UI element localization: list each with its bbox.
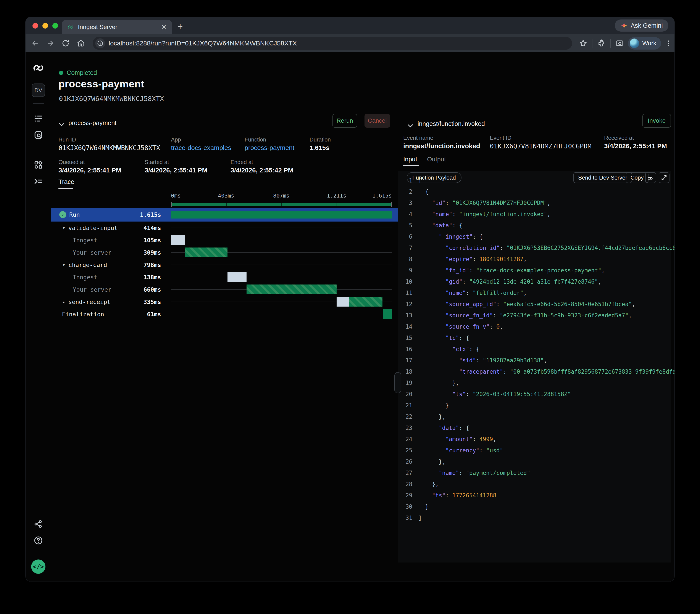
panel-resize-handle[interactable] [395,372,401,393]
started-at-label: Started at [145,159,169,166]
json-code-viewer[interactable]: 1[2 {3 "id": "01KJX6Q7V81N4DMZ7HFJ0CGPDM… [398,175,674,524]
trace-row-label: Run [69,212,80,218]
span-bar-queue[interactable] [337,297,349,307]
line-number: 25 [398,445,418,456]
line-number: 27 [398,467,418,478]
span-bar-exec[interactable] [349,297,383,307]
tab-trace[interactable]: Trace [59,178,74,186]
code-line: 1[ [398,175,674,186]
function-link[interactable]: process-payment [245,144,295,151]
trace-row-your-server[interactable]: Your server660ms [51,283,398,295]
collapse-chevron-icon[interactable] [58,121,65,128]
trace-row-charge-card[interactable]: ▾charge-card798ms [51,258,398,271]
span-bar-exec[interactable] [185,247,227,257]
span-bar-queue[interactable] [227,272,246,282]
dev-mode-button[interactable]: </> [31,560,46,574]
inngest-logo-icon[interactable] [32,62,45,74]
minimize-window-button[interactable] [42,23,48,28]
check-circle-icon: ✓ [59,211,66,218]
code-line: 7 "correlation_id": "01KJX6P53EB6C2752XG… [398,242,674,254]
trace-row-inngest[interactable]: Inngest138ms [51,271,398,283]
tree-guide-line [65,246,65,258]
app-badge[interactable]: DV [32,84,45,97]
cancel-button[interactable]: Cancel [364,114,390,128]
collapse-chevron-icon[interactable] [407,122,414,129]
code-line: 25 "currency": "usd" [398,445,674,456]
browser-tab[interactable]: Inngest Server ✕ [62,20,172,34]
status-dot-icon [59,71,63,75]
tab-output[interactable]: Output [427,156,446,163]
maximize-window-button[interactable] [52,23,58,28]
site-info-icon[interactable] [95,38,105,48]
line-number: 11 [398,287,418,298]
profile-name: Work [642,40,656,47]
tab-input[interactable]: Input [403,156,417,163]
timeline-minimap[interactable] [171,202,392,207]
expand-arrow-icon[interactable]: ▸ [62,299,65,304]
code-line: 27 "name": "payment/completed" [398,467,674,478]
timeline-tick: 403ms [218,193,234,199]
trace-row-duration: 309ms [143,249,161,256]
trace-row-label: validate-input [68,225,118,231]
collapse-arrow-icon[interactable]: ▾ [62,225,65,230]
span-bar-solid[interactable] [171,211,392,218]
span-bar-exec[interactable] [247,284,337,294]
function-label: Function [245,136,266,143]
share-icon[interactable] [34,516,43,532]
bookmark-star-icon[interactable] [576,39,590,47]
app-link[interactable]: trace-docs-examples [171,144,231,151]
event-id-value: 01KJX6Q7V81N4DMZ7HFJ0CGPDM [490,142,591,150]
trace-track-line [171,240,392,240]
home-icon[interactable] [73,39,88,47]
code-line: 28 }, [398,478,674,490]
trace-track-line [171,314,392,314]
dev-console-icon[interactable] [33,173,43,190]
timeline-ruler: 0ms403ms807ms1.211s1.615s [171,193,392,199]
collapse-arrow-icon[interactable]: ▾ [62,262,65,267]
line-number: 22 [398,411,418,422]
received-at-label: Received at [604,135,634,141]
code-line: 24 "amount": 4999, [398,434,674,445]
event-title: inngest/function.invoked [417,120,485,127]
url-text[interactable]: localhost:8288/run?runID=01KJX6Q7W64NMKM… [109,40,297,47]
forward-icon[interactable] [43,39,58,47]
trace-row-send-receipt[interactable]: ▸send-receipt335ms [51,295,398,308]
span-bar-queue[interactable] [171,235,185,245]
minimap-end-cap [391,202,392,207]
trace-row-validate-input[interactable]: ▾validate-input414ms [51,221,398,234]
line-number: 2 [398,186,418,197]
help-icon[interactable] [34,532,43,549]
trace-row-your-server[interactable]: Your server309ms [51,246,398,258]
duration-value: 1.615s [310,144,329,151]
trace-row-inngest[interactable]: Inngest105ms [51,234,398,246]
code-line: 2 { [398,186,674,197]
url-bar[interactable]: localhost:8288/run?runID=01KJX6Q7W64NMKM… [93,37,572,50]
apps-icon[interactable] [33,157,43,173]
profile-button[interactable]: Work [628,37,661,50]
trace-row-finalization[interactable]: Finalization61ms [51,308,398,320]
tree-guide-line [65,283,65,295]
tree-guide-line [65,234,65,246]
events-search-icon[interactable] [33,127,43,143]
window-controls[interactable] [33,23,58,28]
trace-divider [51,190,398,190]
ask-gemini-button[interactable]: Ask Gemini [615,20,668,31]
extensions-icon[interactable] [595,39,608,47]
back-icon[interactable] [28,39,43,47]
new-tab-button[interactable]: + [177,22,183,31]
span-bar-solid[interactable] [383,309,392,319]
trace-row-duration: 335ms [143,298,161,305]
reload-icon[interactable] [58,39,73,47]
close-window-button[interactable] [33,23,38,28]
code-line: 5 "data": { [398,220,674,231]
invoke-button[interactable]: Invoke [642,114,671,128]
trace-row-run[interactable]: ✓Run1.615s [51,208,398,221]
line-number: 26 [398,456,418,467]
code-line: 26 }, [398,456,674,467]
runs-list-icon[interactable] [33,110,43,127]
rerun-button[interactable]: Rerun [333,114,357,128]
search-tabs-icon[interactable] [613,39,626,47]
tab-close-icon[interactable]: ✕ [161,24,167,30]
browser-menu-icon[interactable] [663,40,674,47]
line-number: 7 [398,242,418,254]
